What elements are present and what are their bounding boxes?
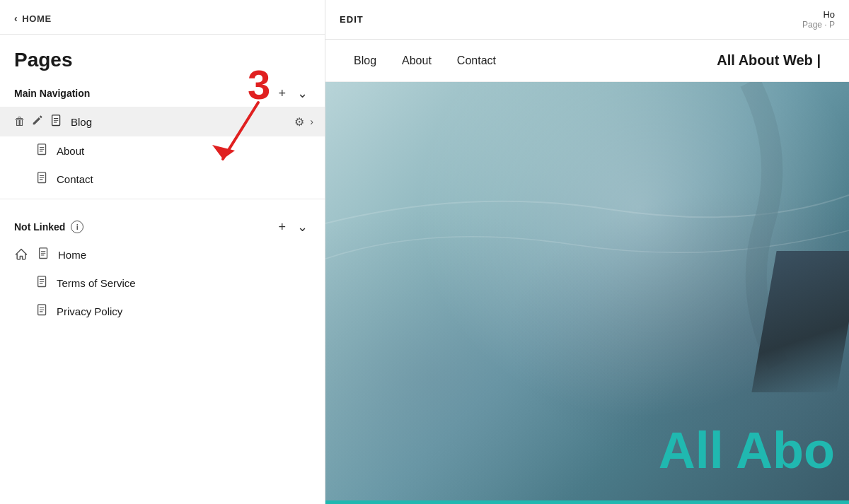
breadcrumb-area: Ho Page · P <box>802 9 835 30</box>
not-linked-actions: + ⌄ <box>275 219 311 235</box>
hero-background: All Abo <box>325 82 849 504</box>
contact-page-icon <box>35 172 50 186</box>
site-nav-about[interactable]: About <box>402 54 432 67</box>
main-nav-title: Main Navigation <box>14 88 90 99</box>
site-nav: Blog About Contact All About Web | <box>325 40 849 82</box>
page-item-terms[interactable]: Terms of Service <box>0 269 325 297</box>
privacy-page-label: Privacy Policy <box>57 305 313 317</box>
blog-page-label: Blog <box>71 116 294 128</box>
hero-teal-bar <box>325 500 849 504</box>
page-item-blog[interactable]: 🗑 Blog ⚙ › <box>0 107 325 136</box>
page-item-contact[interactable]: Contact <box>0 165 325 193</box>
hero-text: All Abo <box>659 425 835 476</box>
not-linked-info-icon[interactable]: i <box>71 221 83 233</box>
page-item-privacy[interactable]: Privacy Policy <box>0 297 325 325</box>
pages-title: Pages <box>0 35 325 71</box>
main-nav-collapse-button[interactable]: ⌄ <box>294 86 311 101</box>
contact-page-label: Contact <box>57 173 313 185</box>
home-doc-icon <box>37 247 51 262</box>
not-linked-add-button[interactable]: + <box>275 219 289 235</box>
terms-page-label: Terms of Service <box>57 277 313 289</box>
site-brand: All About Web | <box>717 52 821 69</box>
back-button[interactable]: ‹ HOME <box>14 13 52 24</box>
back-chevron-icon: ‹ <box>14 13 18 24</box>
page-item-about[interactable]: About <box>0 136 325 165</box>
website-preview: Blog About Contact All About Web | All A… <box>325 40 849 504</box>
trash-icon[interactable]: 🗑 <box>14 115 25 128</box>
main-nav-section-header: Main Navigation + ⌄ <box>0 71 325 107</box>
privacy-page-icon <box>35 304 50 318</box>
edit-icon[interactable] <box>31 114 44 129</box>
section-divider <box>0 199 325 199</box>
main-nav-add-button[interactable]: + <box>275 86 289 101</box>
site-nav-links: Blog About Contact <box>354 54 496 67</box>
about-page-icon <box>35 143 50 158</box>
site-hero: All Abo <box>325 82 849 504</box>
website-preview-content: Blog About Contact All About Web | All A… <box>325 40 849 504</box>
edit-bar: EDIT Ho Page · P <box>325 0 849 40</box>
blog-chevron-icon[interactable]: › <box>310 116 313 127</box>
blog-settings-icon[interactable]: ⚙ <box>294 115 304 129</box>
site-nav-contact[interactable]: Contact <box>457 54 496 67</box>
back-label: HOME <box>22 13 52 24</box>
terms-page-icon <box>35 276 50 290</box>
breadcrumb-sub: Page · P <box>802 20 835 30</box>
about-page-label: About <box>57 145 313 157</box>
preview-area: EDIT Ho Page · P Blog About Contact All … <box>325 0 849 504</box>
edit-label: EDIT <box>340 14 364 25</box>
not-linked-collapse-button[interactable]: ⌄ <box>294 219 311 235</box>
sidebar-header: ‹ HOME <box>0 0 325 35</box>
page-item-home[interactable]: Home <box>0 240 325 269</box>
blog-page-actions: ⚙ › <box>294 115 313 129</box>
not-linked-section-header: Not Linked i + ⌄ <box>0 205 325 240</box>
blog-page-icon <box>50 115 64 129</box>
breadcrumb-main: Ho <box>802 9 835 20</box>
sidebar: ‹ HOME Pages Main Navigation + ⌄ 🗑 <box>0 0 325 504</box>
home-icon-left <box>14 247 28 262</box>
home-page-label: Home <box>58 249 313 261</box>
not-linked-title: Not Linked <box>14 221 65 233</box>
site-nav-blog[interactable]: Blog <box>354 54 376 67</box>
main-nav-actions: + ⌄ <box>275 86 311 101</box>
page-item-blog-left-icons: 🗑 <box>14 114 44 129</box>
